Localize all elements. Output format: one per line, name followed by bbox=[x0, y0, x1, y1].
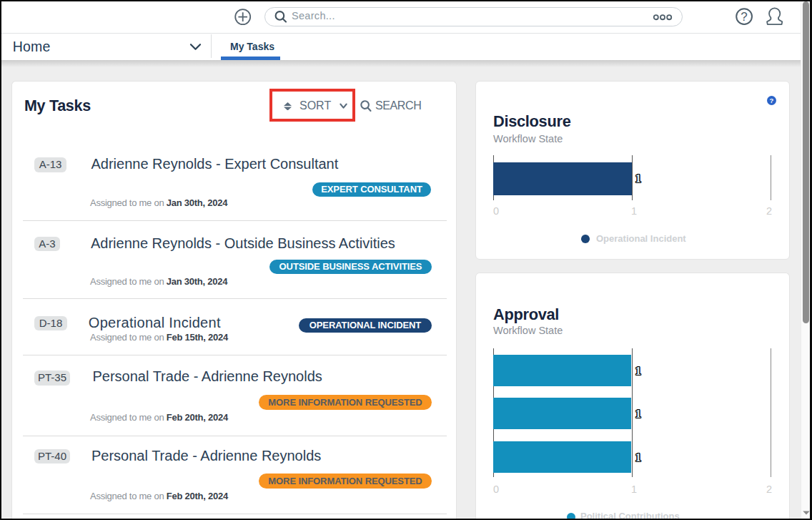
svg-text:?: ? bbox=[770, 97, 774, 104]
svg-text:?: ? bbox=[741, 10, 747, 24]
